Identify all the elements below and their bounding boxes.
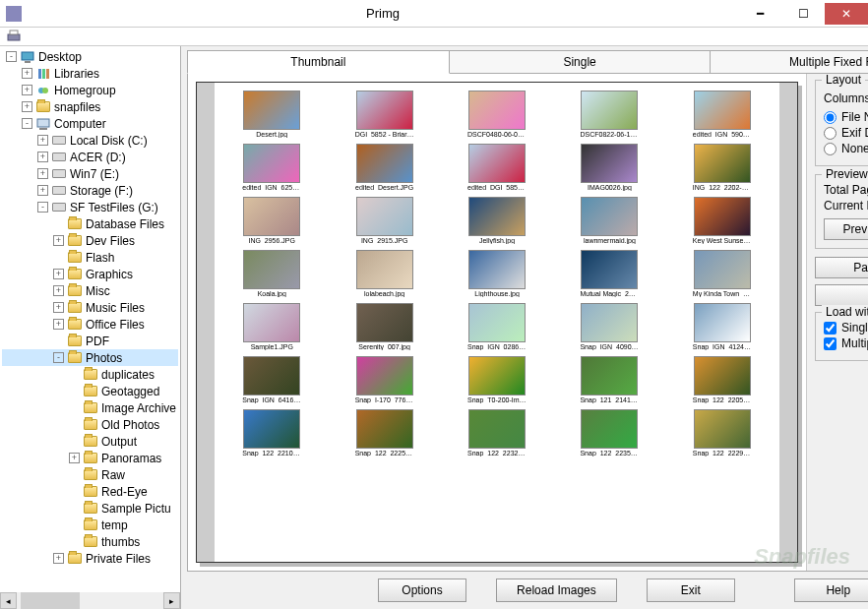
thumbnail[interactable]: Snap_T0-200-Img_4291... [444, 356, 550, 403]
expander-icon[interactable] [53, 335, 64, 346]
thumbnail[interactable]: Snap_122_2225_R2.JPG [331, 409, 437, 457]
thumbnail[interactable]: Snap_122_2232_R2 (Sn... [444, 409, 550, 457]
print-button[interactable]: Print... [815, 284, 868, 306]
reload-images-button[interactable]: Reload Images [496, 579, 617, 602]
thumbnail[interactable]: Serenity_007.jpg [331, 303, 437, 350]
thumbnail[interactable]: Mutual Magic_2039283... [556, 250, 662, 297]
thumbnail[interactable]: ING_2956.JPG [218, 197, 325, 244]
expander-icon[interactable]: - [53, 352, 64, 363]
thumbnail[interactable]: DSCF0480-06-0903.JPG [444, 91, 550, 138]
page-setup-button[interactable]: Page Setup... [815, 257, 868, 278]
thumbnail[interactable]: Sample1.JPG [218, 303, 325, 350]
thumbnail[interactable]: Snap_122_2205_R2.JPG [669, 356, 775, 403]
tree-node[interactable]: Database Files [2, 215, 178, 232]
expander-icon[interactable]: + [69, 453, 80, 463]
tree-node[interactable]: thumbs [2, 533, 178, 550]
expander-icon[interactable]: + [53, 302, 64, 313]
layout-radio-file-name[interactable] [824, 111, 837, 124]
tree-node[interactable]: -Desktop [2, 48, 178, 65]
expander-icon[interactable]: + [22, 68, 32, 79]
tree-node[interactable]: +Win7 (E:) [2, 165, 178, 182]
scroll-left-button[interactable]: ◂ [0, 592, 17, 609]
tree-node[interactable]: duplicates [2, 366, 178, 383]
thumbnail[interactable]: Key West Sunset_36432... [669, 197, 775, 244]
thumbnail[interactable]: ING_2915.JPG [331, 197, 437, 244]
tree-node[interactable]: +Dev Files [2, 232, 178, 249]
expander-icon[interactable]: - [37, 202, 48, 213]
thumbnail[interactable]: Snap_IGN_6416-06-07... [218, 356, 325, 403]
tab-multiple-fixed-form[interactable]: Multiple Fixed Form [710, 50, 868, 74]
tree-node[interactable]: Raw [2, 466, 178, 483]
thumbnail[interactable]: Snap_IGN_0286-06-040... [444, 303, 550, 350]
tree-hscroll[interactable]: ◂ ▸ [0, 592, 180, 609]
tree-node[interactable]: +ACER (D:) [2, 149, 178, 165]
thumbnail[interactable]: Snap_IGN_4090-06-082... [556, 303, 662, 350]
expander-icon[interactable] [53, 252, 64, 263]
expander-icon[interactable] [69, 486, 80, 497]
thumbnail[interactable]: edited_IGN_5908-12-08... [669, 91, 775, 138]
tree-node[interactable]: Old Photos [2, 416, 178, 433]
expander-icon[interactable] [69, 402, 80, 413]
tree-node[interactable]: +Local Disk (C:) [2, 132, 178, 149]
expander-icon[interactable] [69, 503, 80, 514]
thumbnail[interactable]: Snap_122_2210_R2.JPG [218, 409, 325, 457]
layout-radio-none[interactable] [824, 143, 837, 155]
expander-icon[interactable]: + [53, 235, 64, 246]
tree-node[interactable]: temp [2, 517, 178, 533]
layout-radio-exif-data[interactable] [824, 127, 837, 140]
thumbnail[interactable]: Lighthouse.jpg [444, 250, 550, 297]
tree-node[interactable]: +Libraries [2, 65, 178, 82]
tree-node[interactable]: +Private Files [2, 550, 178, 567]
thumbnail[interactable]: edited_IGN_6254-12-09... [218, 144, 325, 191]
tree-node[interactable]: Output [2, 433, 178, 450]
thumbnail[interactable]: IMAG0026.jpg [556, 144, 662, 191]
tab-thumbnail[interactable]: Thumbnail [187, 50, 450, 74]
tree-node[interactable]: Geotagged [2, 383, 178, 399]
tree-node[interactable]: Red-Eye [2, 483, 178, 500]
thumbnail[interactable]: Snap_I-170_7765.JPG [331, 356, 437, 403]
tree-node[interactable]: +Graphics [2, 266, 178, 282]
expander-icon[interactable]: + [37, 152, 48, 162]
thumbnail[interactable]: edited_Desert.JPG [331, 144, 437, 191]
thumbnail[interactable]: lawnmermaid.jpg [556, 197, 662, 244]
expander-icon[interactable] [69, 519, 80, 530]
tree-node[interactable]: Sample Pictu [2, 500, 178, 517]
thumbnail[interactable]: Snap_IGN_4124-06-082... [669, 303, 775, 350]
tree-node[interactable]: +Homegroup [2, 82, 178, 98]
expander-icon[interactable]: + [22, 85, 32, 95]
tree-node[interactable]: -Photos [2, 349, 178, 366]
minimize-button[interactable]: ━ [738, 3, 781, 25]
tree-node[interactable]: +snapfiles [2, 98, 178, 115]
scroll-right-button[interactable]: ▸ [163, 592, 180, 609]
thumbnail[interactable]: Jellyfish.jpg [444, 197, 550, 244]
tree-node[interactable]: Flash [2, 249, 178, 266]
expander-icon[interactable]: + [37, 185, 48, 196]
single-tab-check[interactable] [824, 322, 837, 335]
expander-icon[interactable]: + [53, 553, 64, 564]
tree-node[interactable]: +Music Files [2, 299, 178, 316]
expander-icon[interactable]: + [22, 101, 32, 112]
tree-node[interactable]: +Misc [2, 282, 178, 299]
thumbnail[interactable]: My Kinda Town_217440... [669, 250, 775, 297]
thumbnail[interactable]: Snap_122_2229_R2rop... [669, 409, 775, 457]
expander-icon[interactable]: + [37, 168, 48, 179]
expander-icon[interactable]: + [53, 269, 64, 279]
expander-icon[interactable] [69, 436, 80, 447]
thumbnail[interactable]: edited_DGI_5852 - Briar... [444, 144, 550, 191]
tree-node[interactable]: -SF TestFiles (G:) [2, 199, 178, 215]
expander-icon[interactable]: + [53, 319, 64, 330]
thumbnail[interactable]: Snap_122_2235_R2.JPG [556, 409, 662, 457]
close-button[interactable]: ✕ [825, 3, 868, 25]
thumbnail[interactable]: Desert.jpg [218, 91, 325, 138]
expander-icon[interactable] [69, 536, 80, 547]
prev-button[interactable]: Prev [824, 218, 868, 240]
maximize-button[interactable]: ☐ [781, 3, 825, 25]
options-button[interactable]: Options [378, 579, 466, 602]
expander-icon[interactable]: - [6, 51, 17, 62]
expander-icon[interactable] [69, 469, 80, 480]
thumbnail[interactable]: DGI_5852 - Briar Island ... [331, 91, 437, 138]
help-button[interactable]: Help [794, 579, 868, 602]
tab-single[interactable]: Single [449, 50, 712, 74]
tree-node[interactable]: +Storage (F:) [2, 182, 178, 199]
multiple-tab-check[interactable] [824, 337, 837, 350]
